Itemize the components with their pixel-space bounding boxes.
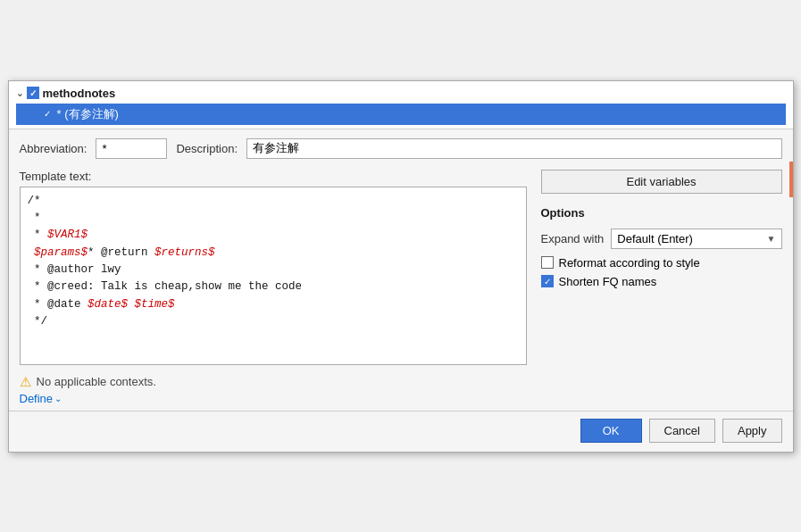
code-line-1: /*: [28, 193, 519, 210]
define-link[interactable]: Define ⌄: [20, 392, 782, 405]
code-line-2: *: [28, 210, 519, 227]
tree-child[interactable]: * (有参注解): [16, 104, 786, 125]
options-title: Options: [541, 206, 782, 220]
chevron-icon: ⌄: [16, 88, 23, 98]
abbreviation-input[interactable]: [96, 138, 167, 159]
expand-with-select[interactable]: Default (Enter) ▼: [611, 229, 781, 249]
cancel-button[interactable]: Cancel: [649, 419, 715, 443]
form-section: Abbreviation: Description:: [9, 129, 793, 164]
options-panel: Edit variables Options Expand with Defau…: [541, 170, 782, 365]
footer: OK Cancel Apply: [9, 411, 793, 452]
code-line-4: $params$* @return $returns$: [28, 245, 519, 262]
expand-with-value: Default (Enter): [617, 232, 763, 245]
ok-button[interactable]: OK: [580, 419, 642, 443]
expand-with-label: Expand with: [541, 232, 605, 245]
abbreviation-label: Abbreviation:: [20, 142, 88, 155]
child-checkbox[interactable]: [41, 108, 54, 121]
reformat-label: Reformat according to style: [559, 256, 700, 270]
shorten-row: Shorten FQ names: [541, 275, 782, 288]
dropdown-arrow-icon: ▼: [767, 234, 776, 244]
tree-section: ⌄ methodnotes * (有参注解): [9, 81, 793, 129]
code-line-8: */: [28, 313, 519, 330]
description-label: Description:: [176, 142, 238, 155]
expand-with-row: Expand with Default (Enter) ▼: [541, 229, 782, 249]
code-editor[interactable]: /* * * $VAR1$ $params$* @return $returns…: [20, 187, 527, 365]
no-context-row: ⚠ No applicable contexts.: [20, 374, 782, 390]
shorten-label: Shorten FQ names: [559, 275, 657, 288]
apply-button[interactable]: Apply: [722, 419, 782, 443]
bottom-section: ⚠ No applicable contexts. Define ⌄: [9, 370, 793, 411]
code-line-6: * @creed: Talk is cheap,show me the code: [28, 278, 519, 295]
template-label: Template text:: [20, 170, 527, 183]
description-input[interactable]: [246, 138, 781, 159]
reformat-checkbox[interactable]: [541, 256, 554, 269]
code-line-7: * @date $date$ $time$: [28, 296, 519, 313]
warning-icon: ⚠: [20, 374, 31, 390]
tree-child-label: * (有参注解): [57, 106, 119, 122]
define-chevron-icon: ⌄: [54, 394, 62, 403]
edit-variables-button[interactable]: Edit variables: [541, 170, 782, 194]
code-line-3: * $VAR1$: [28, 227, 519, 244]
tree-parent-label: methodnotes: [43, 87, 116, 100]
parent-checkbox[interactable]: [27, 87, 39, 99]
main-section: Template text: /* * * $VAR1$ $params$* @…: [9, 164, 793, 370]
define-label: Define: [20, 392, 54, 405]
no-context-text: No applicable contexts.: [37, 375, 156, 388]
code-line-5: * @author lwy: [28, 262, 519, 278]
reformat-row: Reformat according to style: [541, 256, 782, 270]
accent-bar: [789, 162, 793, 197]
template-area: Template text: /* * * $VAR1$ $params$* @…: [20, 170, 527, 365]
shorten-checkbox[interactable]: [541, 275, 554, 287]
tree-parent[interactable]: ⌄ methodnotes: [16, 85, 786, 102]
